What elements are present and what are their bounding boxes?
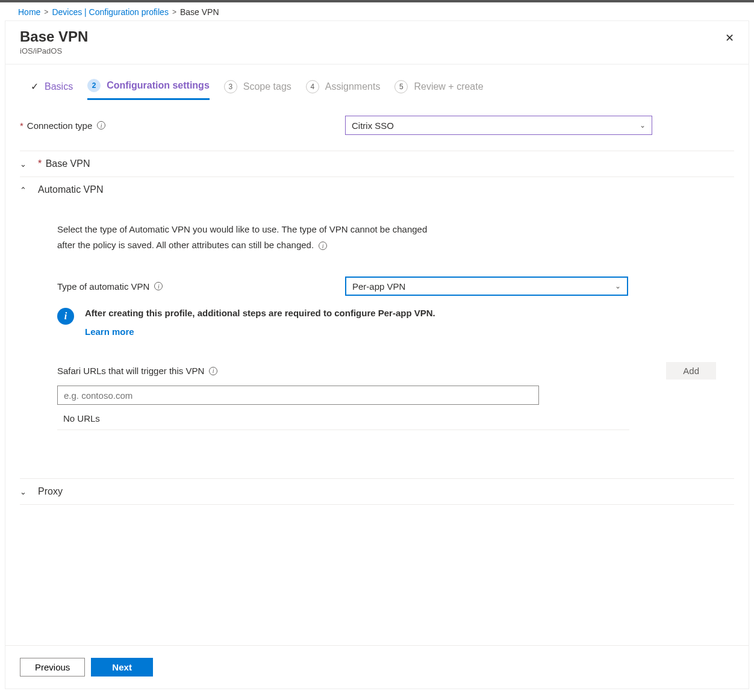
step-number-badge: 2: [87, 79, 101, 92]
panel-header: Base VPN iOS/iPadOS ✕: [5, 21, 749, 64]
label-text: Type of automatic VPN: [57, 281, 149, 292]
tab-scope-tags[interactable]: 3 Scope tags: [224, 80, 291, 99]
connection-type-select[interactable]: Citrix SSO ⌄: [345, 116, 652, 135]
tab-label: Review + create: [414, 81, 483, 92]
breadcrumb-current: Base VPN: [180, 7, 219, 17]
connection-type-label: * Connection type i: [20, 120, 345, 131]
info-icon[interactable]: i: [209, 367, 217, 375]
footer: Previous Next: [5, 645, 749, 689]
info-icon[interactable]: i: [97, 121, 105, 130]
section-title: Base VPN: [46, 158, 90, 169]
previous-button[interactable]: Previous: [20, 658, 85, 677]
section-proxy: ⌄ Proxy: [20, 478, 734, 505]
breadcrumb-devices[interactable]: Devices | Configuration profiles: [52, 7, 169, 17]
chevron-right-icon: >: [172, 8, 176, 16]
connection-type-row: * Connection type i Citrix SSO ⌄: [20, 111, 734, 140]
add-url-button[interactable]: Add: [666, 362, 716, 380]
tab-label: Configuration settings: [107, 80, 210, 91]
safari-urls-header: Safari URLs that will trigger this VPN i…: [57, 362, 716, 380]
checkmark-icon: ✓: [31, 81, 39, 92]
main-panel: Base VPN iOS/iPadOS ✕ ✓ Basics 2 Configu…: [5, 20, 749, 689]
info-banner-text: After creating this profile, additional …: [85, 308, 435, 318]
safari-urls-label: Safari URLs that will trigger this VPN i: [57, 366, 217, 376]
select-value: Citrix SSO: [352, 120, 394, 131]
section-proxy-header[interactable]: ⌄ Proxy: [20, 479, 734, 504]
breadcrumb: Home > Devices | Configuration profiles …: [0, 2, 754, 20]
section-automatic-vpn-header[interactable]: ⌃ Automatic VPN: [20, 177, 734, 202]
info-circle-icon: i: [57, 308, 74, 325]
content-area: * Connection type i Citrix SSO ⌄ ⌄ * Bas…: [5, 100, 749, 645]
select-value: Per-app VPN: [352, 281, 405, 292]
section-title: Proxy: [38, 486, 63, 497]
chevron-down-icon: ⌄: [20, 487, 30, 496]
info-icon[interactable]: i: [319, 242, 327, 250]
tab-basics[interactable]: ✓ Basics: [31, 81, 73, 98]
learn-more-link[interactable]: Learn more: [85, 327, 435, 337]
close-button[interactable]: ✕: [721, 30, 738, 46]
tab-label: Basics: [45, 81, 73, 92]
chevron-down-icon: ⌄: [615, 282, 621, 290]
chevron-down-icon: ⌄: [640, 121, 646, 130]
automatic-vpn-type-row: Type of automatic VPN i Per-app VPN ⌄: [57, 277, 734, 296]
next-button[interactable]: Next: [91, 658, 153, 677]
section-automatic-vpn: ⌃ Automatic VPN Select the type of Autom…: [20, 177, 734, 436]
close-icon: ✕: [725, 31, 734, 45]
info-icon[interactable]: i: [154, 282, 163, 290]
automatic-vpn-body: Select the type of Automatic VPN you wou…: [20, 202, 734, 436]
automatic-vpn-description: Select the type of Automatic VPN you wou…: [57, 222, 431, 252]
section-title: Automatic VPN: [38, 184, 103, 195]
chevron-right-icon: >: [44, 8, 48, 16]
tab-label: Scope tags: [243, 81, 291, 92]
wizard-tabs: ✓ Basics 2 Configuration settings 3 Scop…: [5, 64, 749, 100]
section-base-vpn: ⌄ * Base VPN: [20, 151, 734, 177]
breadcrumb-home[interactable]: Home: [18, 7, 40, 17]
tab-review-create[interactable]: 5 Review + create: [394, 80, 483, 99]
safari-urls-block: Safari URLs that will trigger this VPN i…: [57, 362, 734, 430]
chevron-up-icon: ⌃: [20, 186, 30, 195]
step-number-badge: 5: [394, 80, 408, 93]
tab-assignments[interactable]: 4 Assignments: [306, 80, 381, 99]
page-title: Base VPN: [20, 28, 734, 45]
label-text: Connection type: [27, 120, 92, 131]
tab-configuration-settings[interactable]: 2 Configuration settings: [87, 79, 210, 100]
tab-label: Assignments: [325, 81, 381, 92]
description-text: Select the type of Automatic VPN you wou…: [57, 224, 427, 250]
step-number-badge: 3: [224, 80, 237, 93]
page-subtitle: iOS/iPadOS: [20, 46, 734, 55]
chevron-down-icon: ⌄: [20, 160, 30, 169]
required-asterisk: *: [38, 158, 42, 169]
info-banner: i After creating this profile, additiona…: [57, 308, 734, 337]
required-asterisk: *: [20, 120, 23, 131]
step-number-badge: 4: [306, 80, 319, 93]
label-text: Safari URLs that will trigger this VPN: [57, 366, 204, 376]
automatic-vpn-type-label: Type of automatic VPN i: [57, 281, 345, 292]
automatic-vpn-type-select[interactable]: Per-app VPN ⌄: [345, 277, 628, 296]
no-urls-text: No URLs: [57, 405, 629, 430]
safari-url-input[interactable]: [57, 386, 539, 405]
section-base-vpn-header[interactable]: ⌄ * Base VPN: [20, 151, 734, 177]
